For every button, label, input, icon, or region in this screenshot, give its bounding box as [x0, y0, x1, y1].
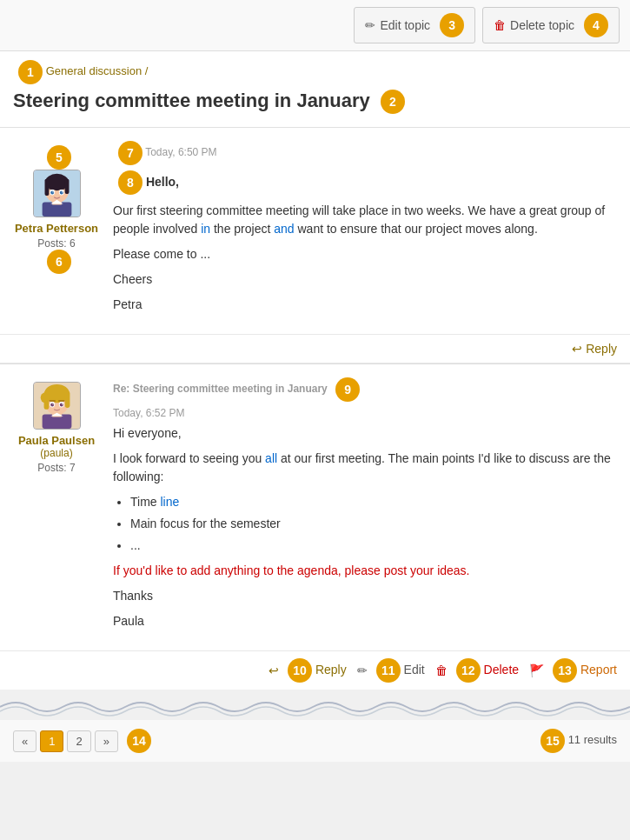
post-2-edit-label: 11 Edit	[371, 658, 425, 683]
svg-point-27	[59, 403, 63, 407]
badge-8: 8	[118, 170, 143, 195]
list-item-3: ...	[130, 537, 617, 555]
post-2-delete-button[interactable]: 🗑 12 Delete	[435, 658, 519, 683]
post-2-subject: Re: Steering committee meeting in Januar…	[113, 383, 328, 395]
post-2: Paula Paulsen (paula) Posts: 7 Re: Steer…	[0, 364, 630, 651]
post-2-meta: Re: Steering committee meeting in Januar…	[113, 377, 617, 402]
next-page-button[interactable]: »	[95, 730, 118, 752]
post-1-greeting: Hello,	[146, 175, 179, 189]
trash-icon: 🗑	[494, 18, 506, 32]
results-text: 11 results	[568, 734, 617, 747]
list-item-2: Main focus for the semester	[130, 515, 617, 533]
svg-rect-5	[44, 179, 49, 196]
pagination-bar: « 1 2 » 14 15 11 results	[0, 720, 630, 762]
svg-point-26	[50, 403, 54, 407]
badge-13: 13	[553, 658, 577, 683]
topic-title-text: Steering committee meeting in January	[13, 90, 370, 111]
wave-separator	[0, 694, 630, 720]
post-2-timestamp: Today, 6:52 PM	[113, 407, 617, 419]
post-2-signature: Paula	[113, 612, 617, 630]
post-2-report-button[interactable]: 🚩 13 Report	[529, 658, 617, 683]
badge-10: 10	[288, 658, 312, 683]
badge-1: 1	[18, 60, 43, 84]
svg-point-11	[52, 191, 53, 192]
avatar-paula	[33, 382, 81, 430]
post-1-action-bar: ↩ Reply	[0, 335, 630, 363]
post-1-sidebar: 5	[13, 141, 109, 321]
reply-icon-2: ↩	[269, 663, 279, 677]
svg-rect-30	[49, 400, 56, 401]
flag-icon: 🚩	[529, 663, 544, 677]
svg-point-12	[61, 191, 62, 192]
post-2-outro: If you'd like to add anything to the age…	[113, 562, 617, 580]
post-2-delete-label: 12 Delete	[451, 658, 519, 683]
svg-point-10	[59, 191, 63, 195]
badge-4: 4	[584, 13, 608, 37]
badge-12: 12	[456, 658, 481, 683]
avatar-petra	[33, 170, 81, 217]
post-count-paula: Posts: 7	[37, 462, 75, 474]
list-item-1: Time line	[130, 493, 617, 511]
pagination: « 1 2 » 14	[13, 729, 151, 753]
reply-arrow-icon: ↩	[572, 342, 582, 356]
post-2-action-bar: ↩ 10 Reply ✏ 11 Edit 🗑 12 Delete 🚩 13	[0, 651, 630, 690]
svg-rect-6	[64, 179, 69, 194]
post-2-reply-label: 10 Reply	[282, 658, 347, 683]
post-1-meta: 7 Today, 6:50 PM	[113, 141, 617, 165]
post-1-content: 7 Today, 6:50 PM 8 Hello, Our first stee…	[109, 141, 617, 321]
post-2-intro: I look forward to seeing you all at our …	[113, 450, 617, 486]
svg-rect-13	[49, 188, 56, 189]
username-petra[interactable]: Petra Petterson	[15, 222, 98, 235]
badge-9: 9	[335, 377, 360, 402]
topic-header: 1 General discussion / Steering committe…	[0, 51, 630, 128]
post-1-reply-button[interactable]: ↩ Reply	[572, 342, 617, 356]
post-2-reply-button[interactable]: ↩ 10 Reply	[269, 658, 347, 683]
badge-5: 5	[47, 145, 71, 170]
badge-6: 6	[47, 250, 71, 274]
post-2-list: Time line Main focus for the semester ..…	[130, 493, 617, 555]
prev-page-button[interactable]: «	[13, 730, 36, 752]
svg-rect-14	[57, 188, 64, 189]
svg-point-23	[40, 393, 49, 403]
delete-topic-button[interactable]: 🗑 Delete topic 4	[482, 7, 620, 43]
post-2-greeting: Hi everyone,	[113, 424, 617, 443]
page-2-button[interactable]: 2	[67, 730, 90, 752]
page-title: Steering committee meeting in January 2	[13, 90, 617, 114]
svg-rect-22	[64, 391, 70, 408]
svg-point-28	[52, 403, 53, 404]
post-1-line-4: Petra	[113, 296, 617, 314]
top-toolbar: ✏ Edit topic 3 🗑 Delete topic 4	[0, 0, 630, 51]
post-1-line-3: Cheers	[113, 270, 617, 289]
post-2-edit-button[interactable]: ✏ 11 Edit	[357, 658, 425, 683]
post-1-reply-label: Reply	[586, 342, 617, 356]
delete-icon-2: 🗑	[435, 663, 448, 677]
badge-3: 3	[440, 13, 464, 37]
badge-15: 15	[540, 729, 565, 753]
post-1: 5	[0, 128, 630, 335]
breadcrumb: 1 General discussion /	[13, 60, 617, 84]
breadcrumb-link[interactable]: General discussion /	[46, 64, 149, 77]
post-count-petra: Posts: 6	[37, 237, 75, 250]
results-count: 15 11 results	[535, 729, 617, 753]
badge-7: 7	[118, 141, 143, 165]
username-paula[interactable]: Paula Paulsen	[18, 434, 95, 447]
edit-topic-button[interactable]: ✏ Edit topic 3	[354, 7, 475, 43]
post-2-closing: Thanks	[113, 587, 617, 605]
post-2-report-label: 13 Report	[547, 658, 617, 683]
edit-topic-label: Edit topic	[380, 18, 430, 32]
svg-rect-31	[57, 400, 64, 401]
post-1-body: 8 Hello, Our first steering committee me…	[113, 170, 617, 314]
post-2-body: Hi everyone, I look forward to seeing yo…	[113, 424, 617, 630]
badge-14: 14	[127, 729, 151, 753]
posts-area: 5	[0, 128, 630, 690]
post-1-timestamp: Today, 6:50 PM	[145, 146, 217, 158]
pencil-icon: ✏	[365, 18, 375, 32]
badge-2: 2	[381, 90, 405, 114]
page-1-button[interactable]: 1	[40, 730, 63, 752]
delete-topic-label: Delete topic	[510, 18, 574, 32]
edit-icon-2: ✏	[357, 663, 368, 677]
svg-point-9	[50, 191, 54, 195]
post-1-line-2: Please come to ...	[113, 245, 617, 263]
svg-point-29	[61, 403, 62, 404]
username-paula-sub: (paula)	[40, 447, 72, 459]
